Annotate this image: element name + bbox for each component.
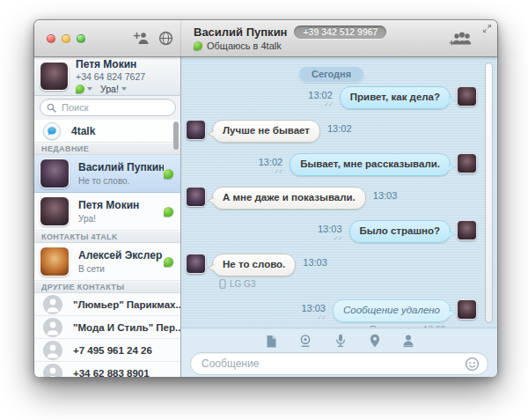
delivered-check-icon (317, 313, 326, 321)
expand-arrows-icon[interactable] (482, 24, 492, 33)
message-time: 13:03 (301, 303, 326, 313)
phone-icon (219, 279, 226, 289)
message-line: Не то слово.13:03 (212, 254, 327, 276)
sidebar-scrollbar-thumb[interactable] (173, 122, 179, 150)
sidebar-item-petya-mokin[interactable]: Петя МокинУра! (34, 193, 180, 231)
send-contact-icon[interactable] (402, 334, 414, 348)
message-meta: 13:03 (373, 190, 398, 201)
microphone-icon[interactable] (334, 334, 348, 348)
status-caret-icon[interactable] (87, 87, 92, 91)
message-bubble[interactable]: Привет, как дела? (340, 86, 451, 109)
section-label: КОНТАКТЫ 4TALK (41, 232, 118, 241)
my-phone: +34 64 824 7627 (76, 71, 145, 82)
close-button[interactable] (47, 34, 55, 43)
message-bubble[interactable]: Сообщение удалено (333, 299, 451, 322)
my-name: Петя Мокин (76, 59, 145, 70)
message-bubble[interactable]: Бывает, мне рассказывали. (290, 153, 451, 176)
contact-subtitle: В сети (78, 264, 164, 274)
globe-icon[interactable] (158, 31, 173, 46)
online-status-icon (164, 169, 173, 179)
sidebar-item-fourtalk[interactable]: 4talk (34, 120, 180, 143)
peer-phone-badge: +39 342 512 9967 (294, 26, 386, 39)
message-meta: 13:03 (318, 224, 342, 241)
sidebar-item-vasiliy-pupkin[interactable]: Василий ПупкинНе то слово. (34, 155, 180, 193)
peer-name: Василий Пупкин (194, 26, 287, 39)
contact-name: Алексей Экслер (78, 250, 164, 262)
date-divider: Сегодня (298, 66, 364, 83)
message-line: 13:03Сообщение удалено (301, 299, 451, 322)
sidebar-item-moda-i-stil[interactable]: "Мода И Стиль" Пер... (34, 316, 180, 339)
avatar (457, 153, 477, 173)
message-input[interactable] (190, 352, 488, 375)
message-bubble[interactable]: Лучше не бывает (212, 120, 320, 143)
add-person-icon[interactable] (132, 32, 149, 45)
search-icon (47, 103, 56, 113)
chat-pane: Сегодня 13:02Привет, как дела?Лучше не б… (181, 57, 497, 377)
my-status-icon[interactable] (76, 85, 84, 93)
contact-name: "Люмьер" Парикмах... (73, 299, 180, 310)
delivered-check-icon (274, 167, 282, 174)
sidebar-item-phone-7495[interactable]: +7 495 961 24 26 (34, 339, 180, 362)
composer (181, 328, 497, 377)
app-window: Василий Пупкин +39 342 512 9967 Общаюсь … (33, 19, 498, 377)
video-call-icon[interactable] (298, 334, 312, 348)
message-content: 13:02Привет, как дела? (308, 86, 451, 109)
message-content: Лучше не бывает13:02 (212, 120, 352, 143)
peer-status-text: Общаюсь в 4talk (207, 41, 282, 51)
message-meta: 13:02 (259, 157, 283, 174)
contact-name: Василий Пупкин (78, 162, 164, 173)
message-bubble[interactable]: А мне даже и показывали. (212, 187, 366, 210)
main-area: Петя Мокин +34 64 824 7627 Ура! 4talkНЕД… (34, 57, 497, 377)
titlebar-left (34, 20, 181, 56)
message-content: 13:03Было страшно? (318, 220, 451, 243)
mood-text[interactable]: Ура! (100, 84, 119, 94)
contact-subtitle: Не то слово. (78, 176, 164, 186)
location-icon[interactable] (369, 334, 381, 348)
sidebar: Петя Мокин +34 64 824 7627 Ура! 4talkНЕД… (34, 57, 181, 377)
my-avatar[interactable] (40, 62, 69, 91)
sidebar-item-alexey-exler[interactable]: Алексей ЭкслерВ сети (34, 243, 180, 281)
titlebar: Василий Пупкин +39 342 512 9967 Общаюсь … (34, 20, 497, 57)
placeholder-avatar-icon (43, 295, 62, 314)
message-meta: 13:02 (327, 123, 352, 134)
search-area (34, 96, 180, 120)
message-bubble[interactable]: Было страшно? (349, 220, 451, 243)
message-time: 13:02 (259, 157, 283, 167)
contact-info: Алексей ЭкслерВ сети (78, 250, 164, 274)
message-list: 13:02Привет, как дела?Лучше не бывает13:… (186, 86, 477, 328)
chat-message: 13:03Сообщение удаленоПрочитано в 13:03 (186, 299, 477, 328)
message-meta: 13:03 (303, 257, 327, 268)
placeholder-avatar-icon (43, 364, 62, 378)
peer-info: Василий Пупкин +39 342 512 9967 Общаюсь … (194, 26, 386, 51)
window-controls (47, 34, 85, 43)
sidebar-item-label: 4talk (71, 125, 95, 137)
sidebar-item-lumier[interactable]: "Люмьер" Парикмах... (34, 293, 180, 316)
message-line: 13:03Было страшно? (318, 220, 451, 243)
avatar (186, 120, 206, 140)
online-status-icon (164, 257, 173, 267)
contact-name: +34 62 883 8901 (73, 368, 150, 378)
message-meta: 13:02 (308, 90, 333, 107)
read-receipt: Прочитано в 13:03 (370, 325, 445, 328)
message-bubble[interactable]: Не то слово. (212, 254, 296, 276)
avatar (40, 247, 70, 276)
chat-bubble-icon (43, 122, 61, 140)
mood-caret-icon[interactable] (121, 87, 127, 91)
message-time: 13:03 (303, 257, 327, 268)
smiley-icon[interactable] (465, 357, 480, 372)
search-input[interactable] (60, 101, 169, 114)
message-content: 13:02Бывает, мне рассказывали. (259, 153, 451, 176)
minimize-button[interactable] (62, 34, 70, 43)
device-name: LG G3 (230, 279, 255, 289)
avatar (186, 254, 206, 274)
attach-file-icon[interactable] (265, 335, 277, 348)
avatar (40, 158, 70, 188)
device-label: LG G3 (219, 279, 327, 289)
chat-scrollbar-thumb[interactable] (485, 63, 493, 323)
chat-message: А мне даже и показывали.13:03 (186, 187, 477, 210)
section-label: НЕДАВНИЕ (41, 144, 89, 153)
zoom-button[interactable] (77, 34, 85, 43)
sidebar-item-phone-3462[interactable]: +34 62 883 8901 (34, 362, 180, 377)
group-add-icon[interactable] (448, 31, 474, 47)
online-status-icon (164, 207, 173, 217)
